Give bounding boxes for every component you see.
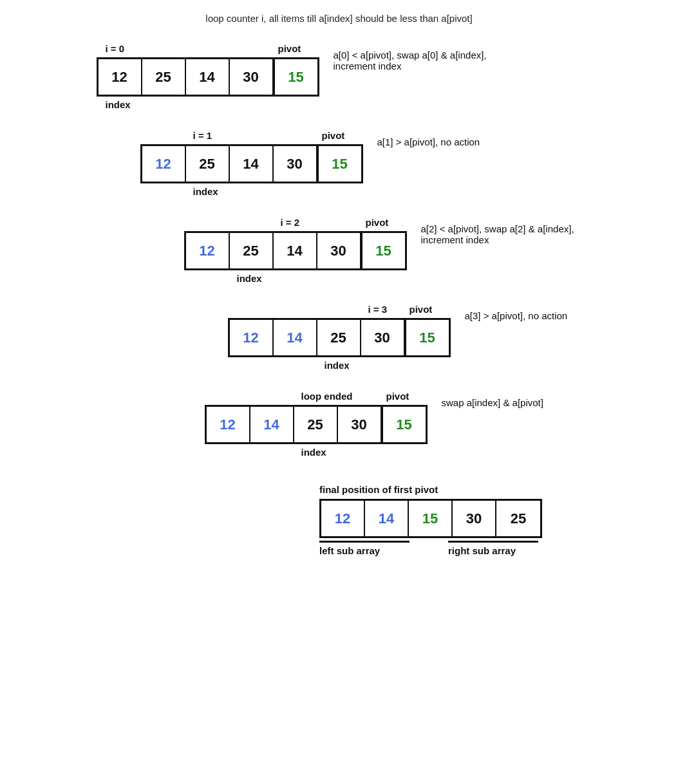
- step-0: i = 0pivot1225143015indexa[0] < a[pivot]…: [97, 43, 582, 111]
- array-2: 1225143015: [184, 231, 407, 270]
- array-0: 1225143015: [97, 57, 319, 97]
- final-cell-1: 14: [365, 501, 409, 536]
- cell-1-1: 25: [186, 146, 230, 182]
- array-3: 1214253015: [228, 318, 451, 357]
- i-label-2: i = 2: [281, 217, 300, 228]
- cell-1-4: 15: [317, 146, 361, 182]
- i-label-1: i = 1: [193, 130, 212, 141]
- step-desc-3: a[3] > a[pivot], no action: [465, 304, 568, 321]
- labels-row-2: i = 2pivot: [184, 217, 410, 231]
- labels-row-4: loop endedpivot: [205, 391, 430, 405]
- cell-3-1: 14: [274, 320, 317, 355]
- step-4: loop endedpivot1214253015indexswap a[ind…: [205, 391, 582, 458]
- step-row-4: loop endedpivot1214253015indexswap a[ind…: [205, 391, 582, 458]
- final-cell-2: 15: [409, 501, 453, 536]
- i-label-0: i = 0: [106, 43, 125, 54]
- step-row-0: i = 0pivot1225143015indexa[0] < a[pivot]…: [97, 43, 582, 111]
- pivot-label-0: pivot: [278, 43, 301, 54]
- step-left-4: loop endedpivot1214253015index: [205, 391, 430, 458]
- cell-3-2: 25: [317, 320, 361, 355]
- step-row-1: i = 1pivot1225143015indexa[1] > a[pivot]…: [140, 130, 582, 198]
- cell-4-4: 15: [382, 407, 426, 442]
- cell-2-3: 30: [317, 233, 361, 268]
- left-underline: [319, 541, 410, 543]
- step-1: i = 1pivot1225143015indexa[1] > a[pivot]…: [140, 130, 582, 198]
- cell-4-3: 30: [338, 407, 382, 442]
- left-sub-block: left sub array: [319, 541, 410, 556]
- index-label-4: index: [301, 447, 326, 458]
- cell-1-0: 12: [142, 146, 186, 182]
- cell-4-2: 25: [294, 407, 338, 442]
- step-desc-2: a[2] < a[pivot], swap a[2] & a[index], i…: [421, 217, 582, 245]
- steps-container: i = 0pivot1225143015indexa[0] < a[pivot]…: [97, 43, 582, 478]
- pivot-label-2: pivot: [366, 217, 389, 228]
- main-container: loop counter i, all items till a[index] …: [0, 13, 678, 556]
- step-2: i = 2pivot1225143015indexa[2] < a[pivot]…: [184, 217, 582, 285]
- right-sub-block: right sub array: [448, 541, 538, 556]
- right-underline: [448, 541, 538, 543]
- cell-1-3: 30: [274, 146, 317, 182]
- pivot-label-4: pivot: [386, 391, 410, 402]
- final-cell-4: 25: [496, 501, 540, 536]
- array-1: 1225143015: [140, 144, 363, 183]
- step-left-2: i = 2pivot1225143015index: [184, 217, 410, 285]
- header-text: loop counter i, all items till a[index] …: [205, 13, 472, 24]
- step-left-1: i = 1pivot1225143015index: [140, 130, 366, 198]
- i-label-3: i = 3: [368, 304, 388, 315]
- cell-2-0: 12: [186, 233, 230, 268]
- cell-3-3: 30: [361, 320, 405, 355]
- cell-0-2: 14: [186, 59, 230, 95]
- step-left-0: i = 0pivot1225143015index: [97, 43, 322, 111]
- pivot-label-3: pivot: [410, 304, 433, 315]
- step-desc-1: a[1] > a[pivot], no action: [377, 130, 480, 147]
- final-cell-0: 12: [321, 501, 365, 536]
- step-row-2: i = 2pivot1225143015indexa[2] < a[pivot]…: [184, 217, 582, 285]
- step-desc-0: a[0] < a[pivot], swap a[0] & a[index], i…: [334, 43, 494, 71]
- cell-0-3: 30: [230, 59, 274, 95]
- i-label-4: loop ended: [301, 391, 353, 402]
- cell-0-1: 25: [142, 59, 186, 95]
- pivot-spacer: [410, 541, 448, 556]
- index-label-3: index: [325, 360, 350, 371]
- final-array: 1214153025: [319, 499, 542, 538]
- index-row-0: index: [97, 97, 322, 111]
- index-label-2: index: [237, 273, 262, 284]
- cell-1-2: 14: [230, 146, 274, 182]
- index-label-1: index: [193, 186, 218, 197]
- index-label-0: index: [106, 99, 131, 110]
- final-cell-3: 30: [453, 501, 496, 536]
- index-row-1: index: [140, 183, 366, 198]
- right-sub-label: right sub array: [448, 545, 516, 556]
- cell-2-1: 25: [230, 233, 274, 268]
- cell-0-4: 15: [274, 59, 317, 95]
- cell-0-0: 12: [99, 59, 142, 95]
- cell-4-1: 14: [250, 407, 294, 442]
- final-label: final position of first pivot: [319, 484, 438, 495]
- index-row-4: index: [205, 444, 430, 458]
- labels-row-3: i = 3pivot: [228, 304, 453, 318]
- step-desc-4: swap a[index] & a[pivot]: [442, 391, 543, 408]
- pivot-label-1: pivot: [322, 130, 345, 141]
- cell-3-4: 15: [405, 320, 449, 355]
- index-row-3: index: [228, 357, 453, 371]
- step-row-3: i = 3pivot1214253015indexa[3] > a[pivot]…: [228, 304, 582, 371]
- labels-row-1: i = 1pivot: [140, 130, 366, 144]
- sub-labels-container: left sub arrayright sub array: [319, 541, 538, 556]
- labels-row-0: i = 0pivot: [97, 43, 322, 57]
- step-3: i = 3pivot1214253015indexa[3] > a[pivot]…: [228, 304, 582, 371]
- index-row-2: index: [184, 270, 410, 285]
- final-container: final position of first pivot1214153025l…: [319, 484, 542, 556]
- cell-2-2: 14: [274, 233, 317, 268]
- left-sub-label: left sub array: [319, 545, 380, 556]
- array-4: 1214253015: [205, 405, 428, 444]
- cell-2-4: 15: [361, 233, 405, 268]
- cell-3-0: 12: [230, 320, 274, 355]
- step-left-3: i = 3pivot1214253015index: [228, 304, 453, 371]
- cell-4-0: 12: [207, 407, 250, 442]
